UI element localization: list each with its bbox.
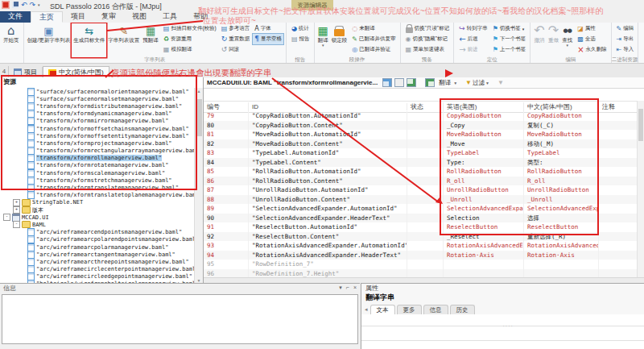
chinese-cell[interactable] <box>524 260 599 269</box>
chinese-cell[interactable]: SelectionAdvancedExp... <box>524 204 599 214</box>
row-number[interactable]: 91 <box>204 222 249 232</box>
table-row[interactable]: 85"RollRadioButton.AutomationId"RollRadi… <box>204 167 638 177</box>
ribbon-small-button[interactable]: ↪转到字串 <box>457 23 489 34</box>
ribbon-big-button[interactable]: ●●查找▾ <box>560 23 574 57</box>
status-cell[interactable] <box>407 139 444 149</box>
ribbon-big-button[interactable]: ↷重做 <box>547 23 560 57</box>
row-number[interactable]: 94 <box>204 251 249 260</box>
ribbon-small-button[interactable]: ✎编辑 <box>615 23 636 34</box>
row-number[interactable]: 88 <box>204 195 249 205</box>
passolo-app-icon[interactable] <box>2 1 10 9</box>
row-number[interactable]: 81 <box>204 130 249 139</box>
document-tab[interactable]: 项目 <box>9 67 43 77</box>
row-number[interactable]: 80 <box>204 121 249 131</box>
english-cell[interactable]: UnrollRadioButton <box>444 185 524 195</box>
chinese-cell[interactable]: CopyRadioButton <box>524 111 599 121</box>
comment-cell[interactable] <box>599 130 638 139</box>
ribbon-small-button[interactable]: ⇤导入 <box>615 44 636 55</box>
tree-item[interactable]: "transform/xformtranslatetoplanemanagerv… <box>0 192 195 199</box>
ribbon-small-button[interactable]: ⚑上一个书签 <box>491 44 528 55</box>
comment-cell[interactable] <box>599 121 638 131</box>
id-cell[interactable]: "CopyRadioButton.AutomationId" <box>249 111 407 121</box>
chinese-cell[interactable]: ReselectButton <box>524 222 599 232</box>
ribbon-tab[interactable]: 项目 <box>63 11 93 23</box>
column-header-chinese[interactable]: 中文(简体/中国) <box>524 102 599 111</box>
filter-dropdown-icon[interactable]: ▼ <box>485 81 489 85</box>
ribbon-small-button[interactable]: ▦菜单加速键表 <box>404 44 452 55</box>
ribbon-big-button[interactable]: ▦翻译▾ <box>316 23 330 57</box>
properties-tab[interactable]: 更多 <box>397 305 422 314</box>
properties-tab[interactable]: 文本 <box>370 305 395 314</box>
row-number[interactable]: 83 <box>204 148 249 158</box>
table-row[interactable]: 86"RollRadioButton.Content"R_ollR_oll <box>204 177 638 186</box>
properties-tab[interactable]: 历史 <box>450 305 475 314</box>
comment-cell[interactable] <box>599 204 638 214</box>
translate-dropdown-icon[interactable]: ▼ <box>453 81 457 85</box>
ribbon-small-button[interactable]: ¶显示空格 <box>253 34 283 44</box>
ribbon-big-button[interactable]: 锁定段 <box>330 23 349 57</box>
row-number[interactable]: 87 <box>204 185 249 195</box>
view-mode-icon[interactable] <box>394 78 404 87</box>
row-number[interactable]: 85 <box>204 167 249 177</box>
status-cell[interactable] <box>407 222 444 232</box>
ribbon-small-button[interactable]: ↺回滚 <box>220 44 252 55</box>
ribbon-small-button[interactable]: ⚑切换书签▾ <box>491 23 528 34</box>
ribbon-tab[interactable]: 复审 <box>93 11 124 23</box>
table-row[interactable]: 87"UnrollRadioButton.AutomationId"Unroll… <box>204 185 638 195</box>
table-row[interactable]: 89"SelectionAdvancedExpander.AutomationI… <box>204 204 638 214</box>
chinese-cell[interactable]: R_oll <box>524 177 599 186</box>
tree-expand-icon[interactable]: + <box>13 206 20 214</box>
ribbon-tab[interactable]: 主页 <box>31 11 63 23</box>
chinese-cell[interactable]: MoveRadioButton <box>524 130 599 139</box>
grid-mode-icon[interactable] <box>407 78 416 87</box>
comment-cell[interactable] <box>599 222 638 232</box>
ribbon-tab[interactable]: 工具 <box>155 11 185 23</box>
row-number[interactable]: 89 <box>204 204 249 214</box>
chinese-cell[interactable]: Rotation·Axis <box>524 251 599 260</box>
ribbon-big-button[interactable]: ⇆生成目标文件 <box>72 23 106 57</box>
row-number[interactable]: 79 <box>204 111 249 121</box>
id-cell[interactable]: "MoveRadioButton.AutomationId" <box>249 130 407 139</box>
table-row[interactable]: 95"RowDefinition_7" <box>204 260 638 269</box>
id-cell[interactable]: "TypeLabel.Content" <box>249 158 407 168</box>
ribbon-small-button[interactable]: ⚑下一个书签 <box>491 34 528 44</box>
ribbon-small-button[interactable]: ▤扫描目标文件(校验) <box>162 23 218 34</box>
ribbon-big-button[interactable]: ✎字串列表设置 <box>106 23 141 57</box>
english-cell[interactable]: Type: <box>444 158 524 168</box>
english-cell[interactable]: _Reselect <box>444 232 524 242</box>
tree-scrollbar[interactable]: ▲ ▼ <box>194 88 203 284</box>
clear-filter-icon[interactable]: ▼ <box>497 79 504 86</box>
comment-cell[interactable] <box>599 158 638 168</box>
status-cell[interactable] <box>407 111 444 121</box>
column-header-status[interactable]: 状态 <box>407 102 444 111</box>
comment-cell[interactable] <box>599 167 638 177</box>
chinese-cell[interactable]: TypeLabel <box>524 148 599 158</box>
contextual-tab-resource-editor[interactable]: 资源编辑器 <box>291 0 333 10</box>
status-cell[interactable] <box>407 167 444 177</box>
row-number[interactable]: 82 <box>204 139 249 149</box>
english-cell[interactable]: ReselectButton <box>444 222 524 232</box>
chinese-cell[interactable]: 复制(_C) <box>524 121 599 131</box>
status-cell[interactable] <box>407 204 444 214</box>
tab-scroll-left-icon[interactable]: ◂ <box>365 305 368 314</box>
ribbon-small-button[interactable]: ▦模拟翻译 <box>162 44 218 55</box>
comment-cell[interactable] <box>599 185 638 195</box>
ribbon-small-button[interactable]: ⇥导出 <box>615 34 636 44</box>
status-cell[interactable] <box>407 177 444 186</box>
ribbon-big-button[interactable]: ▣创建/更新字串列表 <box>26 23 72 57</box>
row-number[interactable]: 84 <box>204 158 249 168</box>
ribbon-small-button[interactable]: →前进 <box>457 44 489 55</box>
tree-expand-icon[interactable]: - <box>13 221 20 228</box>
ribbon-small-button[interactable]: ◎已翻译并验证 <box>350 44 397 55</box>
ribbon-tab[interactable]: 帮助 <box>185 11 216 23</box>
table-row[interactable]: 94"RotationAxisAdvancedExpander.HeaderTe… <box>204 251 638 260</box>
table-row[interactable]: 91"ReselectButton.AutomationId"ReselectB… <box>204 222 638 232</box>
row-number[interactable]: 93 <box>204 241 249 251</box>
ribbon-big-button[interactable]: ▦预翻译 <box>141 23 160 57</box>
ribbon-small-button[interactable]: ▤参考语言 <box>220 23 252 34</box>
filter-icon[interactable]: ▼ <box>465 79 472 86</box>
status-cell[interactable] <box>407 251 444 260</box>
status-cell[interactable] <box>407 241 444 251</box>
tree-expand-icon[interactable]: + <box>13 199 20 206</box>
english-cell[interactable]: Selection <box>444 214 524 223</box>
